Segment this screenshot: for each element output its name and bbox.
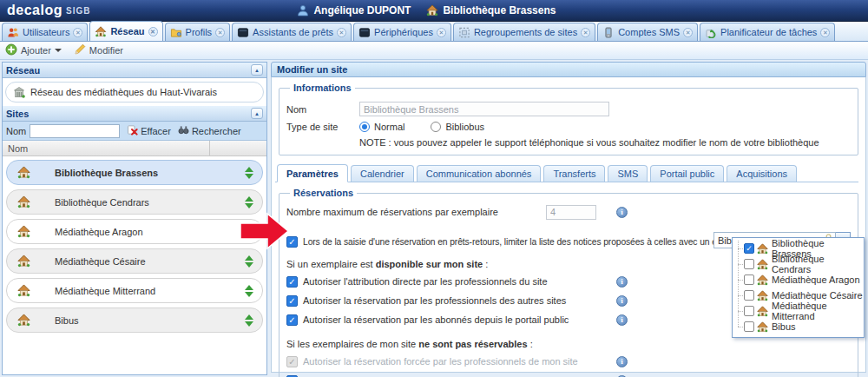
search-button[interactable]: Rechercher [178, 124, 241, 137]
radio-normal[interactable] [359, 122, 370, 132]
mobile-phone-icon [602, 27, 615, 38]
dropdown-item-mitterrand[interactable]: Médiathèque Mitterrand [733, 303, 864, 319]
site-row-aragon[interactable]: Médiathèque Aragon [6, 219, 263, 244]
tab-portail-public[interactable]: Portail public [650, 165, 724, 182]
red-annotation-arrow-icon [240, 212, 290, 250]
site-name-filter-input[interactable] [30, 124, 120, 138]
user-icon [297, 4, 309, 17]
collapse-panel-button[interactable]: ▲ [251, 108, 263, 119]
dropdown-item-cendrars[interactable]: Bibliothèque Cendrars [733, 256, 864, 272]
tab-reseau[interactable]: Réseau ✕ [89, 21, 162, 41]
users-icon [7, 27, 19, 38]
tab-peripheriques[interactable]: Périphériques ✕ [353, 23, 451, 41]
close-icon[interactable]: ✕ [148, 27, 158, 36]
home-icon [757, 321, 768, 333]
site-row-cesaire[interactable]: Médiathèque Césaire [6, 248, 263, 274]
binoculars-icon [178, 124, 189, 137]
site-filter-bar: Nom Effacer Rechercher [3, 122, 266, 141]
home-icon [17, 255, 30, 268]
current-site[interactable]: Bibliothèque Brassens [426, 4, 556, 17]
sites-panel-header: Sites ▲ [3, 106, 266, 122]
dropdown-checkbox[interactable] [744, 321, 754, 332]
site-row-cendrars[interactable]: Bibliothèque Cendrars [6, 189, 263, 215]
tab-sms[interactable]: SMS [608, 165, 648, 182]
close-icon[interactable]: ✕ [73, 28, 82, 37]
home-icon [757, 274, 768, 286]
site-row-brassens[interactable]: Bibliothèque Brassens [6, 160, 263, 185]
radio-bibliobus-label: Bibliobus [445, 122, 484, 132]
attribution-directe-checkbox[interactable]: ✓ [286, 276, 298, 288]
tab-calendrier[interactable]: Calendrier [351, 165, 414, 182]
resa-portail-checkbox[interactable]: ✓ [286, 314, 298, 326]
tab-comptes-sms[interactable]: Comptes SMS ✕ [597, 23, 698, 41]
application-window: decalog SIGB Angélique DUPONT Bibliothèq… [0, 0, 868, 377]
close-icon[interactable]: ✕ [820, 28, 830, 37]
not-reservable-section-label: Si les exemplaires de mon site ne sont p… [286, 339, 851, 349]
clear-filter-button[interactable]: Effacer [127, 124, 171, 137]
home-icon [757, 259, 768, 270]
reorder-arrows-icon[interactable] [245, 167, 253, 179]
chevron-down-icon [55, 49, 62, 52]
app-logo: decalog [7, 3, 62, 18]
close-icon[interactable]: ✕ [683, 28, 693, 37]
tab-communication-abonnes[interactable]: Communication abonnés [417, 165, 542, 182]
check-forcee-mon-site-row: ✓ Autoriser la réservation forcée par le… [286, 353, 851, 370]
tab-planificateur-de-taches[interactable]: Planificateur de tâches ✕ [700, 23, 835, 41]
collapse-panel-button[interactable]: ▲ [251, 64, 263, 76]
reorder-arrows-icon[interactable] [245, 285, 253, 297]
current-user[interactable]: Angélique DUPONT [297, 4, 411, 17]
tab-acquisitions[interactable]: Acquisitions [727, 165, 797, 182]
plus-icon [5, 43, 17, 57]
home-icon [17, 195, 30, 208]
tab-transferts[interactable]: Transferts [543, 165, 605, 182]
dropdown-checkbox[interactable] [744, 259, 754, 269]
support-note: NOTE : vous pouvez appeler le support té… [359, 137, 851, 148]
info-icon[interactable]: i [616, 207, 628, 218]
panel-title: Modifier un site [271, 62, 866, 77]
resa-forcee-mon-site-checkbox: ✓ [286, 356, 298, 367]
tab-assistants-de-prets[interactable]: Assistants de prêts ✕ [232, 23, 352, 41]
close-icon[interactable]: ✕ [581, 28, 590, 37]
info-icon[interactable]: i [616, 295, 628, 307]
info-icon[interactable]: i [616, 356, 628, 367]
tab-parametres[interactable]: Paramètres [277, 164, 348, 182]
modify-button[interactable]: Modifier [74, 43, 123, 57]
home-icon [17, 225, 30, 238]
radio-normal-label: Normal [374, 122, 404, 132]
dropdown-item-bibus[interactable]: Bibus [733, 319, 864, 334]
site-row-mitterrand[interactable]: Médiathèque Mitterrand [6, 278, 263, 303]
tab-regroupements-de-sites[interactable]: Regroupements de sites ✕ [453, 23, 595, 41]
nom-label: Nom [286, 104, 359, 115]
close-icon[interactable]: ✕ [437, 28, 446, 37]
resa-autres-sites-checkbox[interactable]: ✓ [286, 295, 298, 307]
close-icon[interactable]: ✕ [215, 28, 225, 37]
dropdown-checkbox[interactable] [744, 306, 754, 316]
close-icon[interactable]: ✕ [337, 28, 346, 37]
app-logo-suffix: SIGB [66, 6, 90, 16]
network-item[interactable]: Réseau des médiathèques du Haut-Vivarais [5, 82, 264, 103]
dropdown-checkbox[interactable]: ✓ [744, 243, 754, 254]
info-icon[interactable]: i [616, 314, 628, 326]
dropdown-checkbox[interactable] [744, 274, 754, 285]
reservations-legend: Réservations [290, 188, 357, 198]
terminal-icon [237, 27, 249, 38]
radio-bibliobus[interactable] [431, 122, 441, 132]
info-icon[interactable]: i [616, 276, 628, 288]
sites-column-header[interactable]: Nom [3, 141, 266, 156]
site-combobox-dropdown: ✓ Bibliothèque Brassens Bibliothèque Cen… [732, 237, 865, 338]
tab-profils[interactable]: Profils ✕ [165, 23, 231, 41]
site-name-field [359, 102, 609, 116]
home-icon [17, 166, 30, 179]
reorder-arrows-icon[interactable] [245, 314, 253, 327]
add-button[interactable]: Ajouter [5, 43, 62, 57]
max-reservations-row: Nombre maximum de réservations par exemp… [286, 203, 851, 221]
reorder-arrows-icon[interactable] [245, 255, 253, 268]
reorder-arrows-icon[interactable] [245, 196, 253, 208]
home-icon [17, 314, 30, 327]
pencil-icon [74, 43, 86, 57]
dropdown-item-aragon[interactable]: Médiathèque Aragon [733, 272, 864, 288]
site-row-bibus[interactable]: Bibus [6, 308, 263, 333]
dropdown-checkbox[interactable] [744, 290, 754, 301]
tab-utilisateurs[interactable]: Utilisateurs ✕ [2, 23, 88, 41]
current-site-name: Bibliothèque Brassens [443, 4, 556, 17]
